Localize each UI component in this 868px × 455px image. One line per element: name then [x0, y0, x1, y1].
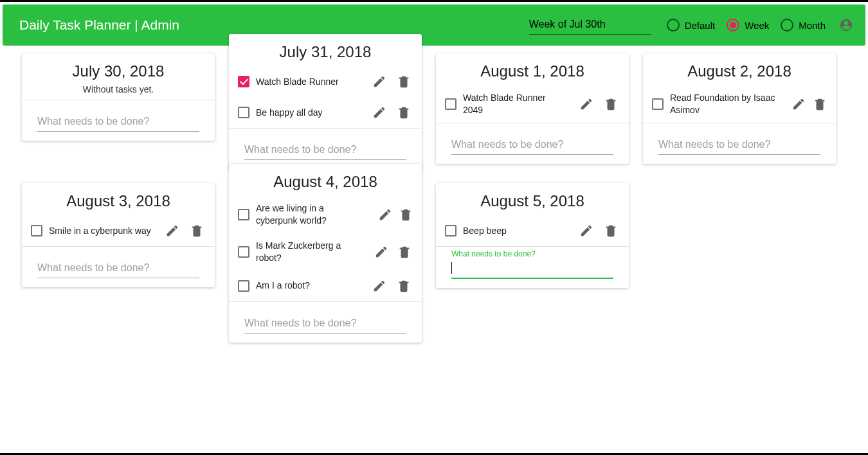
text-caret — [451, 262, 452, 274]
task-label: Are we living in a cyberpunk world? — [256, 202, 372, 227]
add-task-footer: What needs to be done? — [22, 100, 215, 141]
task-checkbox[interactable] — [238, 209, 249, 220]
day-date: July 30, 2018 — [28, 62, 208, 80]
delete-icon[interactable] — [399, 206, 413, 224]
add-task-input[interactable] — [244, 140, 406, 160]
day-card: July 31, 2018Watch Blade RunnerBe happy … — [229, 34, 422, 169]
task-label: Is Mark Zuckerberg a robot? — [256, 240, 366, 264]
view-option-default[interactable]: Default — [667, 19, 716, 31]
task-label: Watch Blade Runner 2049 — [463, 92, 571, 116]
view-option-month[interactable]: Month — [781, 19, 826, 31]
add-task-footer: What needs to be done? — [229, 301, 422, 343]
delete-icon[interactable] — [395, 277, 413, 295]
task-checkbox[interactable] — [238, 76, 249, 87]
task-label: Watch Blade Runner — [256, 76, 364, 88]
day-date: August 3, 2018 — [28, 192, 208, 210]
task-label: Be happy all day — [256, 107, 364, 119]
day-card-header: July 30, 2018Without tasks yet. — [22, 53, 215, 100]
task-row: Watch Blade Runner — [229, 66, 422, 97]
week-board: July 30, 2018Without tasks yet.What need… — [3, 46, 865, 355]
task-checkbox[interactable] — [238, 280, 249, 292]
view-option-week[interactable]: Week — [727, 19, 769, 31]
day-card: August 5, 2018Beep beepWhat needs to be … — [436, 183, 629, 288]
empty-note: Without tasks yet. — [28, 84, 208, 94]
task-checkbox[interactable] — [652, 98, 664, 110]
task-label: Beep beep — [463, 225, 571, 237]
delete-icon[interactable] — [395, 103, 413, 121]
edit-icon[interactable] — [372, 243, 389, 261]
task-row: Read Foundation by Isaac Asimov — [643, 85, 836, 123]
edit-icon[interactable] — [791, 95, 806, 113]
delete-icon[interactable] — [602, 95, 620, 113]
task-label: Smile in a cyberpunk way — [49, 225, 157, 237]
day-card-header: July 31, 2018 — [229, 34, 422, 66]
day-card-header: August 2, 2018 — [643, 53, 836, 85]
edit-icon[interactable] — [577, 95, 595, 113]
day-card-header: August 4, 2018 — [229, 164, 422, 196]
task-row: Be happy all day — [229, 97, 422, 128]
radio-icon — [667, 19, 680, 31]
view-option-label: Month — [799, 20, 826, 31]
edit-icon[interactable] — [577, 222, 595, 240]
task-label: Am I a robot? — [256, 280, 364, 292]
task-checkbox[interactable] — [445, 225, 457, 236]
day-card-header: August 5, 2018 — [436, 183, 629, 215]
add-task-input[interactable] — [37, 112, 199, 132]
day-date: August 5, 2018 — [442, 192, 622, 210]
add-task-footer: What needs to be done? — [436, 246, 629, 288]
day-card: August 3, 2018Smile in a cyberpunk wayWh… — [22, 183, 215, 287]
delete-icon[interactable] — [395, 73, 413, 91]
task-checkbox[interactable] — [31, 225, 42, 236]
task-row: Beep beep — [436, 215, 629, 246]
task-checkbox[interactable] — [445, 98, 457, 110]
delete-icon[interactable] — [396, 243, 413, 261]
day-date: July 31, 2018 — [235, 43, 415, 61]
app-toolbar: Daily Task Planner | Admin Default Week … — [3, 4, 865, 46]
delete-icon[interactable] — [188, 222, 206, 240]
day-card: July 30, 2018Without tasks yet.What need… — [22, 53, 215, 141]
task-row: Are we living in a cyberpunk world? — [229, 196, 422, 233]
task-checkbox[interactable] — [238, 246, 249, 258]
view-option-label: Week — [745, 20, 769, 31]
add-task-footer: What needs to be done? — [436, 123, 629, 164]
add-task-footer: What needs to be done? — [22, 246, 215, 287]
task-row: Smile in a cyberpunk way — [22, 215, 215, 246]
day-card-header: August 1, 2018 — [436, 53, 629, 85]
delete-icon[interactable] — [812, 95, 827, 113]
radio-icon — [781, 19, 793, 31]
day-card: August 1, 2018Watch Blade Runner 2049Wha… — [436, 53, 629, 164]
app-title: Daily Task Planner | Admin — [19, 17, 179, 33]
task-label: Read Foundation by Isaac Asimov — [670, 92, 785, 116]
edit-icon[interactable] — [378, 206, 392, 224]
edit-icon[interactable] — [370, 73, 388, 91]
delete-icon[interactable] — [602, 222, 620, 240]
edit-icon[interactable] — [370, 277, 388, 295]
add-task-input[interactable] — [658, 135, 820, 155]
add-task-footer: What needs to be done? — [643, 123, 836, 164]
week-input[interactable] — [529, 16, 651, 35]
edit-icon[interactable] — [163, 222, 181, 240]
task-row: Is Mark Zuckerberg a robot? — [229, 233, 422, 271]
add-task-footer: What needs to be done? — [229, 128, 422, 169]
view-mode-options: Default Week Month — [667, 19, 826, 31]
add-task-input[interactable] — [451, 135, 613, 155]
day-card-header: August 3, 2018 — [22, 183, 215, 215]
add-task-input[interactable] — [451, 258, 613, 279]
edit-icon[interactable] — [370, 103, 388, 121]
day-card: August 2, 2018Read Foundation by Isaac A… — [643, 53, 836, 164]
task-checkbox[interactable] — [238, 107, 249, 118]
day-date: August 2, 2018 — [649, 62, 829, 80]
day-date: August 1, 2018 — [442, 62, 622, 80]
view-option-label: Default — [685, 20, 716, 31]
account-icon[interactable] — [837, 16, 855, 34]
add-task-floating-label: What needs to be done? — [451, 249, 536, 258]
day-date: August 4, 2018 — [235, 173, 415, 191]
add-task-input[interactable] — [37, 258, 199, 278]
task-row: Watch Blade Runner 2049 — [436, 85, 629, 123]
task-row: Am I a robot? — [229, 271, 422, 301]
week-selector[interactable] — [529, 16, 651, 35]
radio-icon — [727, 19, 739, 31]
day-card: August 4, 2018Are we living in a cyberpu… — [229, 164, 422, 343]
add-task-input[interactable] — [244, 314, 406, 334]
